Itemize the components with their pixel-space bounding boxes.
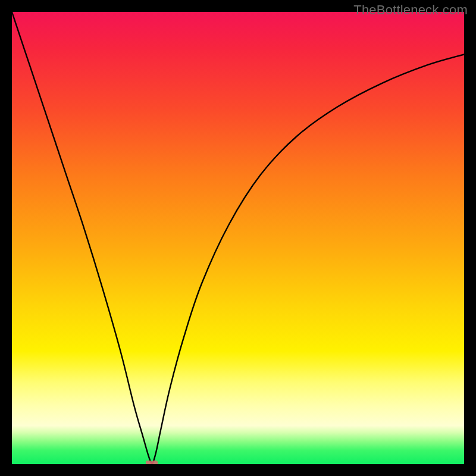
chart-frame: TheBottleneck.com [0, 0, 476, 476]
watermark-text: TheBottleneck.com [353, 2, 468, 18]
cusp-marker [152, 461, 158, 464]
cusp-marker [146, 461, 152, 464]
plot-area [12, 12, 464, 464]
cusp-markers [12, 12, 464, 464]
